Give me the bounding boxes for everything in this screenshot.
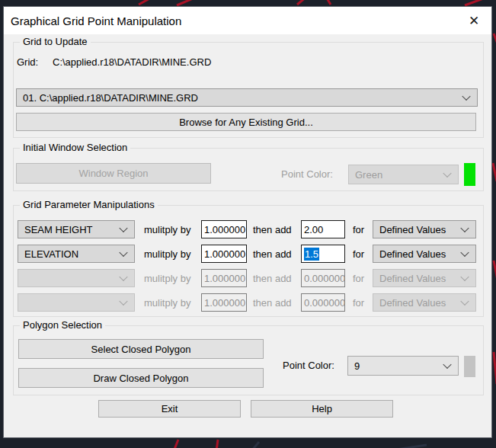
multiply-value: 1.000000 bbox=[204, 297, 245, 309]
add-input-4: 0.000000 bbox=[301, 293, 345, 312]
browse-grid-button[interactable]: Browse for Any Existing Grid... bbox=[16, 113, 476, 131]
group-label: Grid Parameter Manipulations bbox=[20, 199, 158, 210]
draw-closed-polygon-label: Draw Closed Polygon bbox=[93, 373, 188, 384]
multiply-input-1[interactable]: 1.000000 bbox=[201, 220, 247, 238]
then-add-label: then add bbox=[253, 273, 292, 284]
group-label: Initial Window Selection bbox=[20, 142, 130, 153]
dialog-graphical-grid-point-manipulation: Graphical Grid Point Manipulation ✕ Grid… bbox=[3, 6, 492, 438]
chevron-down-icon bbox=[460, 273, 469, 281]
add-input-1[interactable]: 2.00 bbox=[301, 220, 345, 238]
group-label: Grid to Update bbox=[20, 36, 91, 47]
chevron-down-icon bbox=[460, 248, 469, 257]
grid-label: Grid: bbox=[17, 56, 38, 68]
point-color-swatch bbox=[464, 163, 475, 186]
add-value: 2.00 bbox=[304, 224, 323, 235]
chevron-down-icon bbox=[119, 297, 127, 306]
apply-to-value: Defined Values bbox=[379, 224, 446, 235]
help-button[interactable]: Help bbox=[251, 400, 393, 418]
multiply-value: 1.000000 bbox=[204, 224, 245, 235]
parameter-dropdown-1[interactable]: SEAM HEIGHT bbox=[18, 220, 135, 238]
add-value: 0.000000 bbox=[304, 297, 345, 309]
chevron-down-icon bbox=[443, 169, 451, 178]
then-add-label: then add bbox=[253, 248, 292, 260]
chevron-down-icon bbox=[443, 360, 451, 369]
grid-path-value: C:\applied.r18\DATADIR\MINE.GRD bbox=[53, 56, 211, 68]
apply-to-dropdown-1[interactable]: Defined Values bbox=[373, 220, 476, 238]
help-button-label: Help bbox=[312, 403, 332, 414]
chevron-down-icon bbox=[119, 273, 127, 281]
parameter-value: SEAM HEIGHT bbox=[24, 224, 93, 235]
draw-closed-polygon-button[interactable]: Draw Closed Polygon bbox=[18, 368, 264, 388]
chevron-down-icon bbox=[462, 92, 470, 101]
apply-to-value: Defined Values bbox=[379, 297, 446, 309]
multiply-by-label: mulitply by bbox=[144, 248, 190, 260]
for-label: for bbox=[353, 273, 364, 284]
point-color-label: Point Color: bbox=[281, 168, 333, 180]
apply-to-dropdown-3: Defined Values bbox=[373, 269, 476, 287]
window-region-button: Window Region bbox=[16, 163, 211, 184]
parameter-value: ELEVATION bbox=[24, 248, 78, 260]
parameter-dropdown-2[interactable]: ELEVATION bbox=[18, 245, 135, 263]
add-value-selected-text: 1.5 bbox=[304, 248, 319, 261]
titlebar[interactable]: Graphical Grid Point Manipulation ✕ bbox=[4, 7, 491, 34]
add-input-3: 0.000000 bbox=[301, 269, 345, 287]
add-value: 0.000000 bbox=[304, 273, 345, 284]
parameter-dropdown-4 bbox=[18, 293, 135, 312]
polygon-point-color-value: 9 bbox=[354, 360, 360, 372]
apply-to-dropdown-4: Defined Values bbox=[373, 293, 476, 312]
for-label: for bbox=[353, 297, 364, 309]
then-add-label: then add bbox=[253, 297, 292, 309]
then-add-label: then add bbox=[253, 224, 292, 235]
chevron-down-icon bbox=[460, 224, 469, 232]
multiply-by-label: mulitply by bbox=[144, 273, 190, 284]
polygon-point-color-dropdown[interactable]: 9 bbox=[347, 356, 459, 376]
chevron-down-icon bbox=[119, 248, 127, 257]
polygon-point-color-swatch bbox=[464, 356, 475, 377]
grid-select-dropdown[interactable]: 01. C:\applied.r18\DATADIR\MINE.GRD bbox=[16, 88, 478, 107]
close-icon[interactable]: ✕ bbox=[459, 7, 488, 34]
multiply-by-label: mulitply by bbox=[144, 297, 190, 309]
select-closed-polygon-button[interactable]: Select Closed Polygon bbox=[18, 339, 264, 359]
apply-to-dropdown-2[interactable]: Defined Values bbox=[373, 245, 476, 263]
add-input-2[interactable]: 1.5 bbox=[301, 245, 345, 263]
browse-grid-button-label: Browse for Any Existing Grid... bbox=[179, 117, 313, 128]
group-label: Polygon Selection bbox=[20, 319, 105, 331]
apply-to-value: Defined Values bbox=[379, 248, 446, 260]
multiply-input-4: 1.000000 bbox=[201, 293, 247, 312]
point-color-dropdown: Green bbox=[348, 165, 459, 184]
chevron-down-icon bbox=[119, 224, 127, 232]
parameter-dropdown-3 bbox=[18, 269, 135, 287]
select-closed-polygon-label: Select Closed Polygon bbox=[91, 344, 191, 355]
for-label: for bbox=[353, 224, 364, 235]
point-color-value: Green bbox=[355, 169, 382, 181]
window-region-button-label: Window Region bbox=[78, 168, 148, 179]
exit-button[interactable]: Exit bbox=[98, 400, 241, 418]
chevron-down-icon bbox=[460, 297, 469, 306]
multiply-input-2[interactable]: 1.000000 bbox=[201, 245, 247, 263]
apply-to-value: Defined Values bbox=[379, 273, 446, 284]
for-label: for bbox=[353, 248, 364, 260]
multiply-value: 1.000000 bbox=[204, 273, 245, 284]
multiply-by-label: mulitply by bbox=[144, 224, 190, 235]
grid-select-value: 01. C:\applied.r18\DATADIR\MINE.GRD bbox=[23, 92, 198, 104]
multiply-value: 1.000000 bbox=[204, 248, 245, 260]
window-title: Graphical Grid Point Manipulation bbox=[4, 14, 181, 27]
polygon-point-color-label: Point Color: bbox=[283, 360, 334, 371]
exit-button-label: Exit bbox=[162, 403, 178, 414]
multiply-input-3: 1.000000 bbox=[201, 269, 247, 287]
